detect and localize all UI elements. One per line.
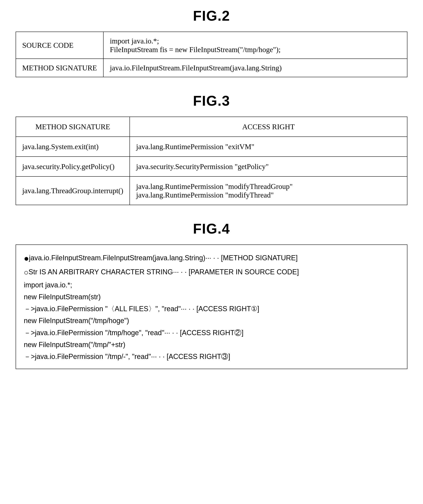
method-sig-label: METHOD SIGNATURE [16,59,103,77]
access-right-cell: java.security.SecurityPermission "getPol… [130,156,407,176]
fig4-line4: new FileInputStream(str) [24,291,399,303]
col-method-sig-header: METHOD SIGNATURE [16,117,130,137]
fig3-section: FIG.3 METHOD SIGNATURE ACCESS RIGHT java… [16,93,407,205]
fig4-line8: new FileInputStream("/tmp/"+str) [24,339,399,351]
fig2-table: SOURCE CODE import java.io.*; FileInputS… [16,32,407,77]
fig4-line3: import java.io.*; [24,279,399,291]
fig2-section: FIG.2 SOURCE CODE import java.io.*; File… [16,8,407,77]
source-code-label: SOURCE CODE [16,32,103,59]
table-row: METHOD SIGNATURE java.io.FileInputStream… [16,59,407,77]
access-right-cell: java.lang.RuntimePermission "modifyThrea… [130,176,407,205]
fig4-line7: －>java.io.FilePermission "/tmp/hoge", "r… [24,327,399,339]
fig2-title: FIG.2 [16,8,407,24]
table-header-row: METHOD SIGNATURE ACCESS RIGHT [16,117,407,137]
fig3-title: FIG.3 [16,93,407,109]
fig4-line9: －>java.io.FilePermission "/tmp/-", "read… [24,351,399,362]
table-row: java.security.Policy.getPolicy() java.se… [16,156,407,176]
method-sig-value: java.io.FileInputStream.FileInputStream(… [103,59,407,77]
fig4-line5: －>java.io.FilePermission "〈ALL FILES〉", … [24,303,399,315]
fig4-line6: new FileInputStream("/tmp/hoge") [24,315,399,327]
fig4-section: FIG.4 ●java.io.FileInputStream.FileInput… [16,221,407,369]
source-code-value: import java.io.*; FileInputStream fis = … [103,32,407,59]
fig4-line2: ○Str IS AN ARBITRARY CHARACTER STRING···… [24,266,399,279]
fig4-line1: ●java.io.FileInputStream.FileInputStream… [24,251,399,266]
method-sig-cell: java.security.Policy.getPolicy() [16,156,130,176]
fig3-table: METHOD SIGNATURE ACCESS RIGHT java.lang.… [16,117,407,205]
table-row: SOURCE CODE import java.io.*; FileInputS… [16,32,407,59]
circle-bullet-icon: ○ [24,268,29,277]
method-sig-cell: java.lang.ThreadGroup.interrupt() [16,176,130,205]
fig4-title: FIG.4 [16,221,407,237]
fig4-content-box: ●java.io.FileInputStream.FileInputStream… [16,245,407,369]
access-right-cell: java.lang.RuntimePermission "exitVM" [130,137,407,156]
table-row: java.lang.ThreadGroup.interrupt() java.l… [16,176,407,205]
method-sig-cell: java.lang.System.exit(int) [16,137,130,156]
table-row: java.lang.System.exit(int) java.lang.Run… [16,137,407,156]
bullet-icon: ● [24,253,29,263]
col-access-right-header: ACCESS RIGHT [130,117,407,137]
